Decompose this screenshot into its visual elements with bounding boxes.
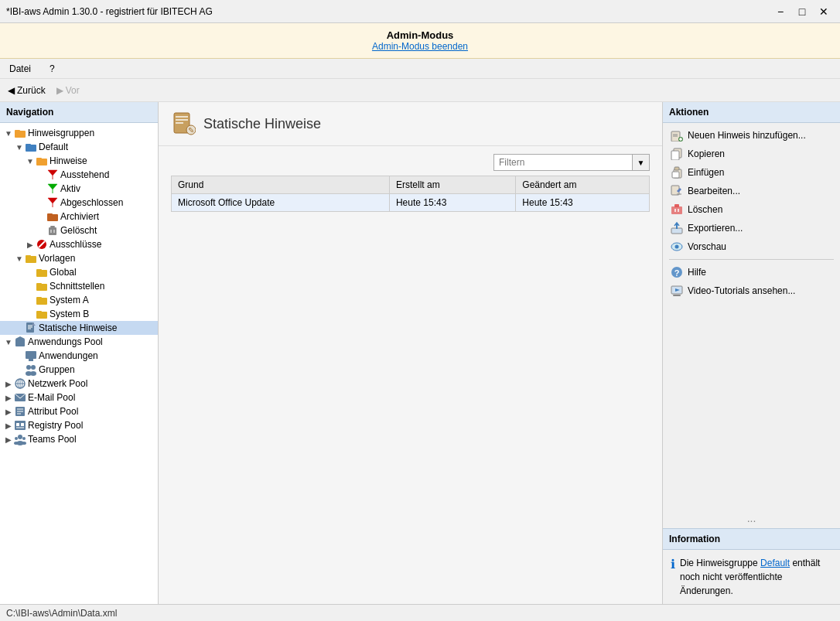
expand-icon-default[interactable]: ▼: [14, 143, 25, 152]
cell-erstellt: Heute 15:43: [389, 194, 515, 212]
back-button[interactable]: ◀ Zurück: [3, 83, 50, 98]
action-icon-preview: [671, 241, 683, 253]
tree-item-ausschluesse[interactable]: ▶Ausschlüsse: [0, 237, 158, 251]
tree-item-email-pool[interactable]: ▶E-Mail Pool: [0, 391, 158, 404]
tree-item-abgeschlossen[interactable]: Abgeschlossen: [0, 196, 158, 210]
tree-label-anwendungs-pool: Anwendungs Pool: [28, 336, 103, 347]
tree-icon-attribut-pool: [14, 405, 26, 418]
expand-icon-hinweisgruppen[interactable]: ▼: [3, 129, 14, 138]
tree-item-system-a[interactable]: System A: [0, 293, 158, 307]
action-label-help: Hilfe: [688, 267, 706, 278]
tree-label-registry-pool: Registry Pool: [28, 420, 83, 431]
expand-icon-attribut-pool[interactable]: ▶: [3, 408, 14, 416]
svg-point-54: [14, 442, 19, 445]
tree-label-archiviert: Archiviert: [60, 211, 99, 222]
action-icon-new: [671, 129, 683, 142]
action-icon-export: [671, 222, 683, 234]
admin-mode-deactivate-link[interactable]: Admin-Modus beenden: [6, 41, 834, 52]
svg-rect-31: [26, 351, 36, 359]
tree-icon-global: [36, 266, 48, 278]
action-item-paste[interactable]: Einfügen: [663, 163, 840, 182]
close-button[interactable]: ✕: [814, 4, 834, 19]
svg-rect-58: [176, 119, 188, 121]
action-item-copy[interactable]: Kopieren: [663, 145, 840, 163]
menu-datei[interactable]: Datei: [6, 62, 34, 76]
tree-item-hinweise[interactable]: ▼Hinweise: [0, 154, 158, 168]
tree-item-aktiv[interactable]: Aktiv: [0, 182, 158, 196]
tree-item-archiviert[interactable]: Archiviert: [0, 210, 158, 223]
action-item-delete[interactable]: Löschen: [663, 200, 840, 219]
tree-label-geloescht: Gelöscht: [60, 225, 97, 236]
tree-item-ausstehend[interactable]: Ausstehend: [0, 168, 158, 182]
expand-icon-hinweise[interactable]: ▼: [25, 157, 36, 165]
tree-item-gruppen[interactable]: Gruppen: [0, 363, 158, 377]
action-label-copy: Kopieren: [688, 148, 725, 159]
tree-label-vorlagen: Vorlagen: [39, 253, 75, 264]
tree-item-hinweisgruppen[interactable]: ▼Hinweisgruppen: [0, 126, 158, 140]
tree-item-statische-hinweise[interactable]: Statische Hinweise: [0, 321, 158, 335]
tree-item-system-b[interactable]: System B: [0, 307, 158, 321]
action-item-new[interactable]: Neuen Hinweis hinzufügen...: [663, 126, 840, 145]
action-item-help[interactable]: ?Hilfe: [663, 263, 840, 281]
action-item-preview[interactable]: Vorschau: [663, 237, 840, 256]
svg-point-82: [675, 245, 679, 249]
tree-label-system-b: System B: [50, 309, 89, 319]
tree-item-attribut-pool[interactable]: ▶Attribut Pool: [0, 404, 158, 418]
tree-item-teams-pool[interactable]: ▶Teams Pool: [0, 432, 158, 446]
navigation-tree: ▼Hinweisgruppen▼Default▼HinweiseAusstehe…: [0, 123, 158, 604]
svg-rect-76: [674, 204, 679, 207]
content-header: ✎ Statische Hinweise: [159, 102, 662, 146]
expand-icon-netzwerk-pool[interactable]: ▶: [3, 380, 14, 388]
svg-rect-75: [671, 206, 682, 214]
menu-help[interactable]: ?: [46, 62, 58, 76]
action-item-export[interactable]: Exportieren...: [663, 219, 840, 237]
tree-item-default[interactable]: ▼Default: [0, 140, 158, 154]
tree-item-anwendungs-pool[interactable]: ▼Anwendungs Pool: [0, 335, 158, 349]
svg-rect-5: [36, 158, 42, 160]
tree-item-registry-pool[interactable]: ▶Registry Pool: [0, 418, 158, 432]
table-row[interactable]: Microsoft Office UpdateHeute 15:43Heute …: [172, 194, 650, 212]
tree-item-anwendungen[interactable]: Anwendungen: [0, 349, 158, 363]
expand-icon-email-pool[interactable]: ▶: [3, 394, 14, 402]
action-label-delete: Löschen: [688, 204, 722, 215]
expand-icon-vorlagen[interactable]: ▼: [14, 254, 25, 263]
tree-item-netzwerk-pool[interactable]: ▶Netzwerk Pool: [0, 377, 158, 391]
svg-point-52: [22, 437, 26, 440]
admin-mode-title: Admin-Modus: [6, 29, 834, 41]
tree-icon-ausstehend: [46, 169, 59, 181]
svg-rect-87: [673, 295, 681, 296]
minimize-button[interactable]: −: [770, 4, 790, 19]
action-item-tutorials[interactable]: Video-Tutorials ansehen...: [663, 281, 840, 300]
tree-icon-aktiv: [46, 183, 59, 195]
action-item-edit[interactable]: Bearbeiten...: [663, 182, 840, 200]
filter-dropdown-button[interactable]: ▼: [633, 154, 650, 171]
svg-rect-79: [671, 228, 682, 234]
expand-icon-teams-pool[interactable]: ▶: [3, 435, 14, 444]
svg-rect-21: [36, 297, 42, 299]
tree-item-geloescht[interactable]: Gelöscht: [0, 223, 158, 237]
tree-label-netzwerk-pool: Netzwerk Pool: [28, 378, 87, 389]
tree-icon-gruppen: [25, 363, 37, 376]
toolbar: ◀ Zurück ▶ Vor: [0, 79, 840, 102]
expand-icon-registry-pool[interactable]: ▶: [3, 421, 14, 430]
maximize-button[interactable]: □: [792, 4, 812, 19]
filter-input[interactable]: [493, 154, 633, 171]
tree-icon-anwendungs-pool: [14, 336, 26, 348]
tree-item-global[interactable]: Global: [0, 265, 158, 279]
svg-rect-59: [176, 122, 183, 124]
col-erstellt: Erstellt am: [389, 176, 515, 194]
svg-text:?: ?: [674, 268, 680, 278]
actions-header: Aktionen: [663, 102, 840, 123]
expand-icon-anwendungs-pool[interactable]: ▼: [3, 338, 14, 346]
tree-label-aktiv: Aktiv: [60, 183, 80, 194]
tree-item-vorlagen[interactable]: ▼Vorlagen: [0, 251, 158, 265]
tree-item-schnittstellen[interactable]: Schnittstellen: [0, 279, 158, 293]
actions-more-dots: ···: [663, 513, 840, 528]
info-default-link[interactable]: Default: [760, 558, 790, 568]
actions-panel: Aktionen Neuen Hinweis hinzufügen...Kopi…: [662, 102, 840, 604]
action-icon-delete: [671, 203, 683, 216]
expand-icon-ausschluesse[interactable]: ▶: [25, 241, 36, 249]
content-body: ▼ Grund Erstellt am Geändert am Microsof…: [159, 146, 662, 604]
forward-button[interactable]: ▶ Vor: [52, 83, 84, 98]
svg-rect-17: [36, 269, 42, 271]
